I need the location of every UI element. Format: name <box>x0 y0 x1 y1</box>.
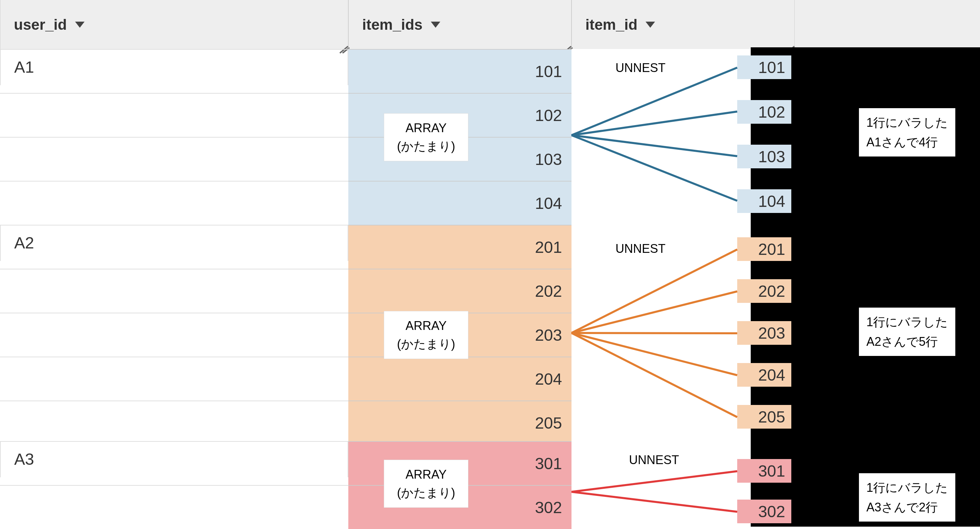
svg-line-2 <box>571 135 737 156</box>
callout-line2: A1さんで4行 <box>866 132 948 152</box>
unnest-chip: 104 <box>737 189 791 213</box>
array-cell: 104 <box>348 181 571 225</box>
array-label-line1: ARRAY <box>397 119 455 137</box>
callout-line2: A2さんで5行 <box>866 332 948 351</box>
callout-line1: 1行にバラした <box>866 478 948 497</box>
array-cell: 201 <box>348 225 571 269</box>
svg-line-5 <box>571 291 737 333</box>
callout-box: 1行にバラした A3さんで2行 <box>859 473 955 521</box>
array-label-line1: ARRAY <box>397 317 455 335</box>
svg-line-8 <box>571 333 737 417</box>
header-label: user_id <box>14 16 67 33</box>
unnest-chip: 201 <box>737 237 791 261</box>
callout-box: 1行にバラした A2さんで5行 <box>859 308 955 356</box>
array-label-box: ARRAY (かたまり) <box>384 311 468 359</box>
unnest-label: UNNEST <box>629 453 679 467</box>
column-header-item-ids[interactable]: item_ids <box>348 0 571 49</box>
array-cell: 202 <box>348 269 571 313</box>
header-label: item_ids <box>362 16 423 33</box>
callout-line1: 1行にバラした <box>866 113 948 132</box>
bracket-icon <box>796 61 813 214</box>
user-id-cell: A3 <box>0 441 348 477</box>
unnest-label: UNNEST <box>616 242 665 256</box>
svg-line-4 <box>571 249 737 333</box>
unnest-chip: 302 <box>737 500 791 523</box>
callout-box: 1行にバラした A1さんで4行 <box>859 108 955 157</box>
bracket-icon <box>796 242 813 430</box>
array-cell: 101 <box>348 49 571 93</box>
unnest-label: UNNEST <box>616 61 665 75</box>
svg-line-10 <box>571 492 737 512</box>
array-label-line2: (かたまり) <box>397 335 455 353</box>
callout-line2: A3さんで2行 <box>866 497 948 517</box>
unnest-chip: 203 <box>737 321 791 345</box>
callout-line1: 1行にバラした <box>866 312 948 332</box>
unnest-chip: 204 <box>737 363 791 387</box>
header-row: user_id item_ids item_id <box>0 0 980 49</box>
array-cell: 205 <box>348 400 571 445</box>
array-label-line2: (かたまり) <box>397 137 455 156</box>
column-header-user-id[interactable]: user_id <box>0 0 348 49</box>
svg-line-0 <box>571 68 737 135</box>
svg-line-7 <box>571 333 737 375</box>
array-label-line2: (かたまり) <box>397 484 455 502</box>
column-header-item-id[interactable]: item_id <box>571 0 795 49</box>
array-label-box: ARRAY (かたまり) <box>384 460 468 508</box>
array-label-box: ARRAY (かたまり) <box>384 113 468 161</box>
svg-line-9 <box>571 471 737 492</box>
header-label: item_id <box>585 16 638 33</box>
unnest-chip: 102 <box>737 100 791 124</box>
bracket-icon <box>796 463 813 524</box>
unnest-chip: 103 <box>737 145 791 168</box>
array-label-line1: ARRAY <box>397 465 455 484</box>
diagram-stage: user_id item_ids item_id A1 A2 A3 101 10… <box>0 0 980 529</box>
user-id-cell: A1 <box>0 49 348 85</box>
array-cell: 204 <box>348 357 571 400</box>
user-id-cell: A2 <box>0 225 348 261</box>
svg-line-1 <box>571 111 737 135</box>
svg-line-3 <box>571 135 737 201</box>
unnest-chip: 202 <box>737 279 791 303</box>
unnest-chip: 205 <box>737 405 791 429</box>
unnest-chip: 301 <box>737 459 791 483</box>
unnest-chip: 101 <box>737 56 791 79</box>
svg-line-6 <box>571 333 737 333</box>
